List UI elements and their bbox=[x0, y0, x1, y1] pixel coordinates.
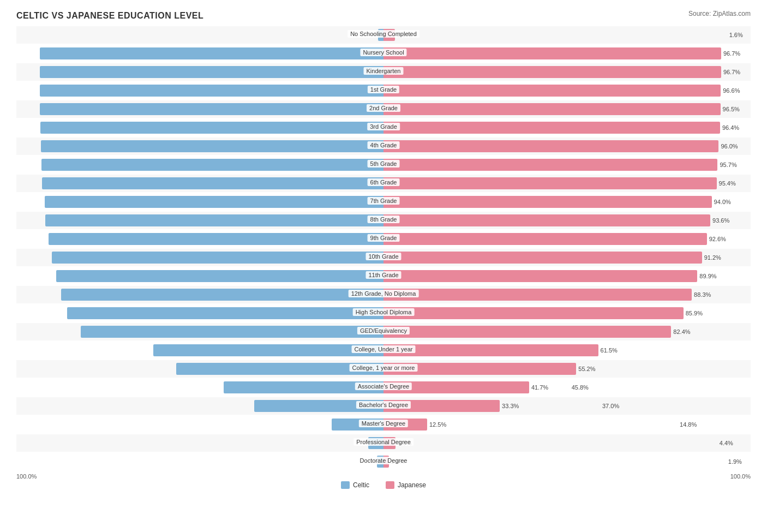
right-value-label: 95.7% bbox=[720, 162, 736, 168]
right-bar: 96.7% bbox=[384, 66, 721, 78]
left-bar bbox=[52, 252, 384, 264]
chart-row: 97.8%95.4%6th Grade bbox=[16, 175, 751, 192]
right-value-label: 94.0% bbox=[714, 199, 731, 205]
left-bar bbox=[45, 196, 384, 208]
right-value-label: 33.3% bbox=[502, 403, 519, 409]
left-bar bbox=[56, 270, 384, 282]
chart-row: 97.1%94.0%7th Grade bbox=[16, 193, 751, 211]
left-value-label: 45.8% bbox=[572, 384, 589, 391]
right-bar: 95.4% bbox=[384, 177, 717, 189]
chart-row: 98.4%96.7%Kindergarten bbox=[16, 63, 751, 81]
right-bar: 88.3% bbox=[384, 289, 692, 301]
center-label: 10th Grade bbox=[365, 253, 401, 260]
center-label: 9th Grade bbox=[368, 234, 400, 242]
center-label: 2nd Grade bbox=[367, 104, 400, 112]
left-value-label: 1.6% bbox=[729, 32, 743, 38]
left-bar bbox=[40, 85, 384, 97]
center-label: GED/Equivalency bbox=[357, 327, 410, 334]
left-bar bbox=[67, 307, 384, 319]
chart-area: 1.6%3.3%No Schooling Completed98.5%96.7%… bbox=[16, 26, 751, 470]
chart-row: 45.8%41.7%Associate's Degree bbox=[16, 379, 751, 396]
left-bar bbox=[49, 233, 384, 245]
left-bar bbox=[40, 66, 384, 78]
right-bar: 91.2% bbox=[384, 252, 702, 264]
japanese-color-box bbox=[386, 481, 394, 489]
left-bar bbox=[81, 326, 384, 338]
right-bar: 96.5% bbox=[384, 103, 721, 115]
right-value-label: 96.4% bbox=[722, 124, 739, 131]
right-bar: 82.4% bbox=[384, 326, 671, 338]
center-label: 3rd Grade bbox=[367, 123, 400, 130]
center-label: High School Diploma bbox=[353, 308, 415, 316]
right-bar: 92.6% bbox=[384, 233, 707, 245]
celtic-label: Celtic bbox=[353, 481, 369, 489]
right-bar: 94.0% bbox=[384, 196, 712, 208]
center-label: Bachelor's Degree bbox=[356, 401, 411, 409]
left-value-label: 37.0% bbox=[602, 403, 619, 409]
chart-row: 14.8%12.5%Master's Degree bbox=[16, 416, 751, 433]
axis-label-right: 100.0% bbox=[730, 473, 751, 480]
chart-row: 96.8%93.6%8th Grade bbox=[16, 212, 751, 229]
right-value-label: 96.6% bbox=[723, 87, 740, 94]
center-label: Nursery School bbox=[360, 49, 406, 56]
right-value-label: 41.7% bbox=[531, 384, 548, 391]
left-bar bbox=[45, 214, 384, 226]
legend: Celtic Japanese bbox=[16, 481, 751, 489]
left-bar bbox=[40, 103, 384, 115]
chart-row: 93.7%89.9%11th Grade bbox=[16, 267, 751, 285]
center-label: College, Under 1 year bbox=[351, 345, 415, 353]
right-value-label: 93.6% bbox=[712, 217, 729, 224]
chart-row: 37.0%33.3%Bachelor's Degree bbox=[16, 397, 751, 415]
right-value-label: 96.5% bbox=[723, 106, 740, 112]
center-label: Professional Degree bbox=[353, 438, 414, 446]
right-value-label: 12.5% bbox=[429, 421, 446, 428]
chart-row: 98.0%95.7%5th Grade bbox=[16, 156, 751, 174]
right-bar: 61.5% bbox=[384, 344, 598, 356]
center-label: 4th Grade bbox=[368, 141, 400, 149]
chart-row: 65.9%61.5%College, Under 1 year bbox=[16, 342, 751, 359]
center-label: No Schooling Completed bbox=[347, 30, 420, 38]
right-value-label: 55.2% bbox=[578, 366, 595, 372]
left-value-label: 1.9% bbox=[728, 458, 742, 465]
left-bar bbox=[41, 159, 384, 171]
right-bar: 95.7% bbox=[384, 159, 717, 171]
right-bar: 96.6% bbox=[384, 85, 721, 97]
center-label: 12th Grade, No Diploma bbox=[349, 290, 419, 297]
chart-row: 96.0%92.6%9th Grade bbox=[16, 230, 751, 248]
center-label: 7th Grade bbox=[368, 197, 400, 205]
center-label: Doctorate Degree bbox=[357, 457, 410, 464]
right-bar: 93.6% bbox=[384, 214, 710, 226]
chart-row: 95.0%91.2%10th Grade bbox=[16, 249, 751, 266]
celtic-color-box bbox=[341, 481, 350, 489]
chart-row: 92.3%88.3%12th Grade, No Diploma bbox=[16, 286, 751, 303]
right-value-label: 95.4% bbox=[719, 180, 736, 187]
chart-title: CELTIC VS JAPANESE EDUCATION LEVEL bbox=[16, 11, 751, 21]
center-label: College, 1 year or more bbox=[350, 364, 418, 372]
center-label: Associate's Degree bbox=[355, 382, 412, 390]
right-value-label: 96.0% bbox=[721, 143, 738, 150]
chart-row: 59.4%55.2%College, 1 year or more bbox=[16, 360, 751, 378]
right-value-label: 61.5% bbox=[601, 347, 618, 354]
legend-item-japanese: Japanese bbox=[386, 481, 426, 489]
left-bar bbox=[61, 289, 384, 301]
left-bar bbox=[40, 47, 384, 59]
center-label: 11th Grade bbox=[365, 271, 401, 279]
chart-row: 1.6%3.3%No Schooling Completed bbox=[16, 26, 751, 44]
right-value-label: 82.4% bbox=[673, 328, 690, 335]
center-label: 8th Grade bbox=[368, 216, 400, 223]
right-bar: 89.9% bbox=[384, 270, 697, 282]
center-label: Kindergarten bbox=[364, 67, 404, 75]
chart-row: 98.5%96.7%Nursery School bbox=[16, 45, 751, 62]
right-bar: 96.7% bbox=[384, 47, 721, 59]
chart-container: CELTIC VS JAPANESE EDUCATION LEVEL Sourc… bbox=[0, 0, 767, 511]
chart-row: 98.3%96.4%3rd Grade bbox=[16, 119, 751, 136]
left-bar bbox=[153, 344, 384, 356]
right-value-label: 92.6% bbox=[709, 236, 726, 242]
right-value-label: 85.9% bbox=[686, 310, 703, 316]
left-value-label: 4.4% bbox=[720, 440, 733, 446]
source-label: Source: ZipAtlas.com bbox=[688, 10, 751, 17]
left-bar bbox=[42, 177, 384, 189]
chart-row: 1.9%1.5%Doctorate Degree bbox=[16, 453, 751, 470]
left-bar bbox=[40, 122, 384, 134]
chart-row: 90.6%85.9%High School Diploma bbox=[16, 304, 751, 322]
